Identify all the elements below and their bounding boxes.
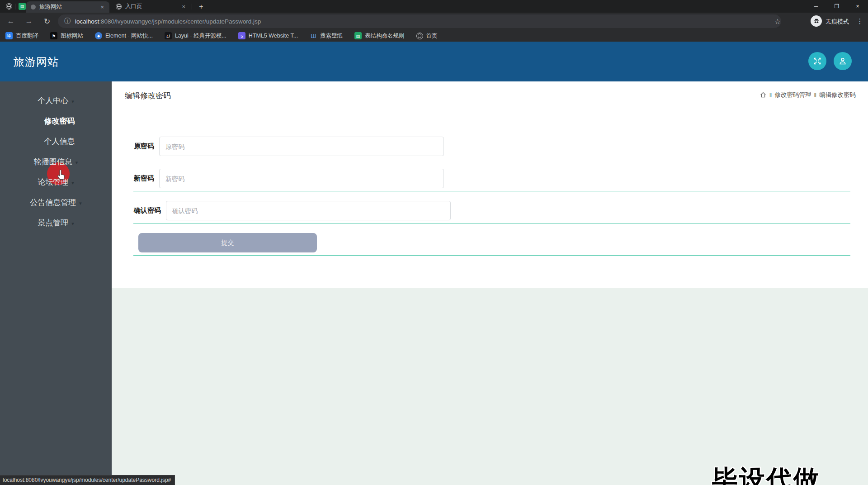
field-label: 新密码 bbox=[134, 174, 154, 183]
bookmark-label: HTML5 Website T... bbox=[249, 33, 298, 39]
html5-icon: 5 bbox=[238, 32, 245, 39]
wallpaper-icon: Ш bbox=[310, 32, 317, 39]
breadcrumb-separator: ‖ bbox=[814, 92, 816, 99]
bookmarks-bar: 译 百度翻译 ⚑ 图标网站 ◆ Element - 网站快... Li Layu… bbox=[0, 30, 868, 42]
sidebar-item-change-password[interactable]: 修改密码 bbox=[4, 111, 115, 131]
hand-cursor-icon bbox=[55, 169, 68, 184]
tab-favicon-globe-icon bbox=[116, 4, 122, 10]
tab-divider bbox=[15, 4, 15, 10]
bookmark-star-icon[interactable]: ☆ bbox=[771, 15, 784, 28]
chevron-down-icon: ▾ bbox=[71, 99, 74, 105]
form-row-old-password: 原密码 bbox=[133, 127, 850, 159]
menu-label: 景点管理 bbox=[38, 218, 68, 228]
bookmark-label: Element - 网站快... bbox=[105, 32, 153, 40]
bookmark-table-naming-rules[interactable]: ▤ 表结构命名规则 bbox=[354, 32, 405, 40]
bookmark-icon-site[interactable]: ⚑ 图标网站 bbox=[50, 32, 83, 40]
url-path: :8080/lvyouwangye/jsp/modules/center/upd… bbox=[99, 18, 261, 25]
browser-toolbar: ← → ↻ ⓘ localhost:8080/lvyouwangye/jsp/m… bbox=[0, 13, 868, 30]
translate-icon: 译 bbox=[5, 32, 13, 39]
bookmark-label: Layui - 经典开源模... bbox=[175, 32, 226, 40]
incognito-label: 无痕模式 bbox=[826, 18, 849, 26]
old-password-field[interactable] bbox=[159, 137, 444, 156]
watermark-text: 毕设代做 bbox=[712, 462, 821, 485]
main-content: 编辑修改密码 ‖ 修改密码管理 ‖ 编辑修改密码 原密码 新密码 bbox=[112, 81, 868, 485]
sidebar-item-personal-center[interactable]: 个人中心 ▾ bbox=[0, 90, 112, 111]
chevron-down-icon: ▾ bbox=[71, 180, 74, 186]
chevron-down-icon: ▾ bbox=[71, 221, 74, 227]
new-tab-button[interactable]: + bbox=[195, 2, 207, 11]
status-bar-link-preview: localhost:8080/lvyouwangye/jsp/modules/c… bbox=[0, 475, 175, 485]
bookmark-label: 图标网站 bbox=[61, 32, 83, 40]
chevron-down-icon: ▾ bbox=[75, 160, 78, 166]
bookmark-html5-templates[interactable]: 5 HTML5 Website T... bbox=[238, 32, 298, 39]
pinned-tab-sheets-icon[interactable]: ▤ bbox=[19, 3, 26, 10]
back-button[interactable]: ← bbox=[5, 15, 17, 28]
breadcrumb-item-edit-password[interactable]: 编辑修改密码 bbox=[819, 91, 856, 99]
bookmark-label: 表结构命名规则 bbox=[365, 32, 405, 40]
sidebar: 个人中心 ▾ 修改密码 个人信息 轮播图信息 ▾ 论坛管理 ▾ 公告信息管理 ▾ bbox=[0, 81, 112, 485]
sidebar-item-personal-info[interactable]: 个人信息 bbox=[4, 131, 115, 152]
bookmark-layui[interactable]: Li Layui - 经典开源模... bbox=[165, 32, 226, 40]
bookmark-label: 首页 bbox=[426, 32, 438, 40]
fullscreen-button[interactable] bbox=[808, 52, 826, 70]
new-password-field[interactable] bbox=[159, 169, 444, 188]
bookmark-baidu-translate[interactable]: 译 百度翻译 bbox=[5, 32, 38, 40]
sidebar-menu: 个人中心 ▾ 修改密码 个人信息 轮播图信息 ▾ 论坛管理 ▾ 公告信息管理 ▾ bbox=[0, 81, 112, 233]
tab-entry-page[interactable]: 入口页 × bbox=[111, 0, 191, 13]
forward-button[interactable]: → bbox=[23, 15, 35, 28]
home-icon[interactable] bbox=[760, 91, 767, 99]
browser-logo-icon[interactable] bbox=[6, 3, 12, 10]
reload-button[interactable]: ↻ bbox=[41, 15, 53, 28]
window-close-button[interactable]: × bbox=[847, 0, 868, 13]
menu-label: 轮播图信息 bbox=[34, 157, 72, 167]
field-label: 确认密码 bbox=[134, 206, 161, 215]
change-password-form: 原密码 新密码 确认密码 提交 bbox=[133, 127, 850, 256]
tab-title: 入口页 bbox=[125, 3, 177, 10]
layui-logo-icon: Li bbox=[165, 32, 172, 39]
flag-icon: ⚑ bbox=[50, 32, 57, 39]
tab-title: 旅游网站 bbox=[39, 3, 96, 11]
url-host: localhost bbox=[75, 18, 99, 25]
menu-label: 修改密码 bbox=[44, 116, 75, 126]
window-maximize-button[interactable]: ❐ bbox=[826, 0, 847, 13]
site-brand: 旅游网站 bbox=[14, 55, 59, 69]
submit-button[interactable]: 提交 bbox=[138, 233, 317, 252]
menu-label: 个人中心 bbox=[38, 95, 68, 106]
form-row-submit: 提交 bbox=[133, 223, 850, 256]
bookmark-wallpaper-search[interactable]: Ш 搜索壁纸 bbox=[310, 32, 343, 40]
bookmark-label: 搜索壁纸 bbox=[320, 32, 343, 40]
menu-label: 个人信息 bbox=[44, 136, 75, 147]
browser-tab-bar: ▤ 旅游网站 × 入口页 × + ─ ❐ × bbox=[0, 0, 868, 13]
user-button[interactable] bbox=[834, 52, 852, 70]
form-row-confirm-password: 确认密码 bbox=[133, 191, 850, 223]
form-row-new-password: 新密码 bbox=[133, 159, 850, 191]
tab-close-icon[interactable]: × bbox=[181, 3, 186, 10]
menu-label: 公告信息管理 bbox=[30, 197, 76, 208]
confirm-password-field[interactable] bbox=[166, 201, 451, 220]
window-minimize-button[interactable]: ─ bbox=[806, 0, 826, 13]
site-info-icon[interactable]: ⓘ bbox=[64, 17, 71, 25]
element-logo-icon: ◆ bbox=[95, 32, 102, 39]
window-controls: ─ ❐ × bbox=[806, 0, 868, 13]
webpage: 旅游网站 个人中心 ▾ 修改密码 bbox=[0, 42, 868, 485]
form-panel: 编辑修改密码 ‖ 修改密码管理 ‖ 编辑修改密码 原密码 新密码 bbox=[112, 81, 868, 288]
bookmark-label: 百度翻译 bbox=[16, 32, 38, 40]
expand-arrows-icon bbox=[812, 56, 822, 66]
tab-divider bbox=[192, 4, 192, 10]
globe-icon bbox=[416, 33, 423, 39]
address-bar[interactable]: ⓘ localhost:8080/lvyouwangye/jsp/modules… bbox=[58, 14, 781, 28]
tab-travel-site[interactable]: 旅游网站 × bbox=[26, 1, 109, 13]
bookmark-home[interactable]: 首页 bbox=[416, 32, 438, 40]
app-header: 旅游网站 bbox=[0, 42, 868, 81]
tab-favicon bbox=[31, 5, 36, 10]
browser-menu-icon[interactable]: ⋮ bbox=[854, 15, 865, 28]
url-text: localhost:8080/lvyouwangye/jsp/modules/c… bbox=[75, 18, 261, 25]
chevron-down-icon: ▾ bbox=[79, 200, 82, 206]
table-icon: ▤ bbox=[354, 32, 362, 39]
bookmark-element-ui[interactable]: ◆ Element - 网站快... bbox=[95, 32, 153, 40]
sidebar-item-scenic-spot-management[interactable]: 景点管理 ▾ bbox=[0, 213, 112, 233]
tab-close-icon[interactable]: × bbox=[99, 4, 105, 10]
breadcrumb-item-password-management[interactable]: 修改密码管理 bbox=[774, 91, 811, 99]
sidebar-item-announcement-management[interactable]: 公告信息管理 ▾ bbox=[0, 192, 112, 213]
field-label: 原密码 bbox=[134, 142, 154, 151]
